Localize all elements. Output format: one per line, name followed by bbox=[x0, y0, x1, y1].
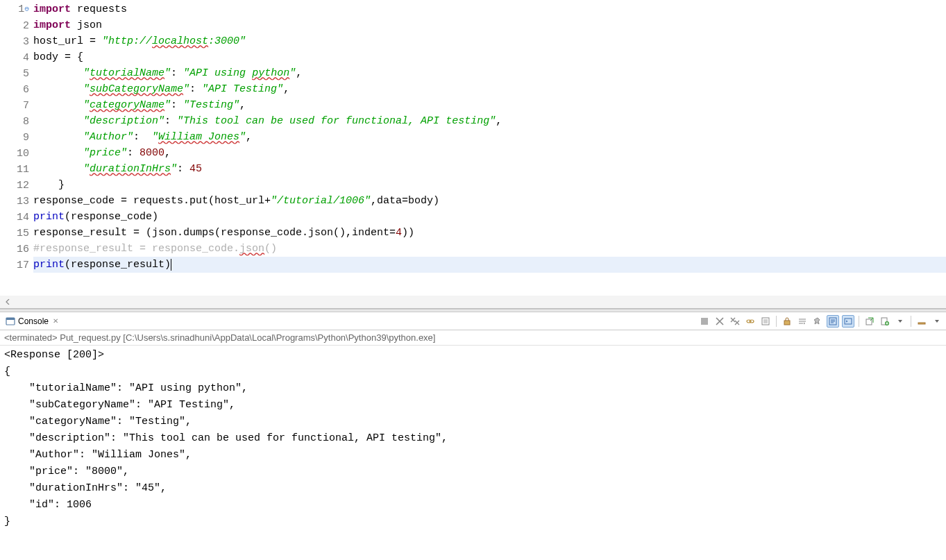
toolbar-separator bbox=[859, 316, 859, 327]
new-console-icon[interactable] bbox=[879, 315, 891, 328]
console-tab-bar: Console ✕ bbox=[0, 312, 946, 330]
code-line[interactable]: host_url = "http://localhost:3000" bbox=[33, 33, 946, 49]
terminate-icon[interactable] bbox=[698, 315, 711, 328]
line-number: 14 bbox=[0, 210, 29, 226]
horizontal-scrollbar[interactable] bbox=[0, 296, 946, 308]
close-tab-icon[interactable]: ✕ bbox=[53, 317, 58, 325]
code-line[interactable]: "description": "This tool can be used fo… bbox=[33, 113, 946, 129]
code-line[interactable]: #response_result = response_code.json() bbox=[33, 241, 946, 257]
code-line[interactable]: response_code = requests.put(host_url+"/… bbox=[33, 193, 946, 209]
editor-pane: 1⊖2 3 4 5 6 7 8 9 10 11 12 13 14 15 16 1… bbox=[0, 0, 946, 309]
line-number: 1⊖ bbox=[0, 1, 29, 18]
line-number: 13 bbox=[0, 194, 29, 210]
display-console-icon[interactable] bbox=[842, 315, 854, 328]
remove-terminated-icon[interactable] bbox=[713, 315, 726, 328]
code-line[interactable]: print(response_code) bbox=[33, 209, 946, 225]
line-number: 15 bbox=[0, 226, 29, 241]
line-number: 4 bbox=[0, 50, 29, 66]
console-tab-label: Console bbox=[18, 316, 49, 326]
code-area[interactable]: 1⊖2 3 4 5 6 7 8 9 10 11 12 13 14 15 16 1… bbox=[0, 0, 946, 296]
link-icon[interactable] bbox=[744, 315, 757, 328]
tab-console[interactable]: Console ✕ bbox=[3, 315, 61, 328]
minimize-view-icon[interactable] bbox=[915, 315, 928, 328]
console-icon bbox=[6, 316, 15, 326]
console-launch-header: <terminated> Put_request.py [C:\Users\s.… bbox=[0, 330, 946, 346]
line-number: 8 bbox=[0, 114, 29, 130]
line-number: 3 bbox=[0, 34, 29, 50]
word-wrap-icon[interactable] bbox=[796, 315, 809, 328]
console-pane: Console ✕ <terminated> Put_request.py [C… bbox=[0, 312, 946, 560]
text-cursor bbox=[171, 259, 171, 271]
clear-console-icon[interactable] bbox=[759, 315, 772, 328]
scroll-left-icon[interactable] bbox=[3, 297, 12, 307]
code-line[interactable]: import json bbox=[33, 17, 946, 33]
code-line[interactable]: print(response_result) bbox=[33, 257, 946, 273]
code-line[interactable]: "durationInHrs": 45 bbox=[33, 161, 946, 177]
code-line[interactable]: "subCategoryName": "API Testing", bbox=[33, 81, 946, 97]
line-number: 12 bbox=[0, 178, 29, 194]
code-line[interactable]: import requests bbox=[33, 1, 946, 17]
line-number-gutter: 1⊖2 3 4 5 6 7 8 9 10 11 12 13 14 15 16 1… bbox=[0, 0, 33, 296]
console-output[interactable]: <Response [200]> { "tutorialName": "API … bbox=[0, 346, 946, 560]
svg-rect-7 bbox=[784, 321, 790, 325]
view-menu-arrow[interactable] bbox=[931, 315, 943, 328]
line-number: 11 bbox=[0, 162, 29, 178]
scroll-lock-icon[interactable] bbox=[781, 315, 793, 328]
line-number: 16 bbox=[0, 241, 29, 257]
open-console-icon[interactable] bbox=[863, 315, 876, 328]
line-number: 7 bbox=[0, 98, 29, 114]
code-content[interactable]: import requestsimport jsonhost_url = "ht… bbox=[33, 0, 946, 296]
remove-all-icon[interactable] bbox=[729, 315, 741, 328]
toolbar-menu-arrow[interactable] bbox=[894, 315, 906, 328]
line-number: 5 bbox=[0, 66, 29, 82]
svg-rect-2 bbox=[701, 318, 708, 325]
svg-rect-1 bbox=[6, 318, 15, 320]
code-line[interactable]: } bbox=[33, 177, 946, 193]
svg-point-4 bbox=[750, 320, 754, 323]
code-line[interactable]: response_result = (json.dumps(response_c… bbox=[33, 225, 946, 241]
code-line[interactable]: "price": 8000, bbox=[33, 145, 946, 161]
console-toolbar bbox=[698, 315, 943, 328]
display-selected-icon[interactable] bbox=[827, 315, 839, 328]
code-line[interactable]: "categoryName": "Testing", bbox=[33, 97, 946, 113]
code-line[interactable]: body = { bbox=[33, 49, 946, 65]
toolbar-separator bbox=[776, 316, 777, 327]
code-line[interactable]: "tutorialName": "API using python", bbox=[33, 65, 946, 81]
code-line[interactable]: "Author": "William Jones", bbox=[33, 129, 946, 145]
svg-rect-13 bbox=[918, 323, 925, 324]
toolbar-separator bbox=[911, 316, 911, 327]
line-number: 9 bbox=[0, 130, 29, 146]
line-number: 6 bbox=[0, 82, 29, 98]
pin-icon[interactable] bbox=[811, 315, 824, 328]
line-number: 17 bbox=[0, 257, 29, 273]
line-number: 10 bbox=[0, 146, 29, 162]
line-number: 2 bbox=[0, 18, 29, 34]
svg-rect-6 bbox=[763, 319, 768, 323]
